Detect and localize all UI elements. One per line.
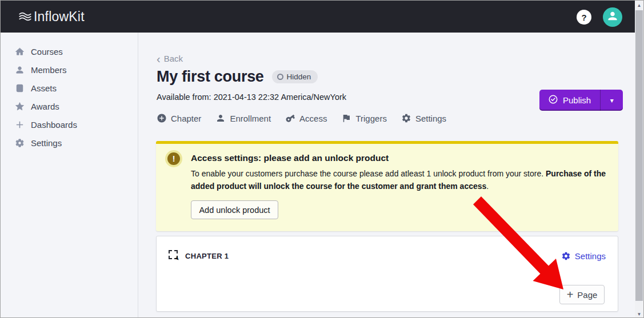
sidebar-item-awards[interactable]: Awards — [1, 97, 138, 115]
brand-logo[interactable]: InflowKit — [18, 9, 85, 25]
add-page-button[interactable]: + Page — [559, 285, 605, 304]
scroll-up-button[interactable]: ▲ — [635, 1, 643, 10]
flag-icon — [341, 113, 351, 123]
scroll-up-icon: ▲ — [637, 3, 642, 8]
warning-body: To enable your customers purchase the co… — [191, 167, 607, 192]
sidebar-item-label: Members — [31, 65, 67, 75]
attachment-icon — [15, 83, 25, 93]
warning-exclamation-icon: ! — [167, 152, 180, 165]
sidebar-item-dashboards[interactable]: Dashboards — [1, 115, 138, 134]
tab-access[interactable]: Access — [285, 113, 327, 123]
tab-label: Settings — [415, 114, 446, 123]
waves-logo-icon — [18, 9, 33, 24]
sidebar-item-label: Courses — [31, 47, 63, 57]
topbar: InflowKit ? — [1, 1, 636, 33]
sidebar-item-label: Assets — [31, 83, 57, 93]
tab-label: Chapter — [171, 114, 201, 123]
title-row: My first course Hidden — [157, 68, 318, 86]
sidebar: Courses Members Assets Awards Dashboards… — [1, 33, 138, 318]
tab-label: Enrollment — [230, 114, 271, 123]
chapter-card: ➤ CHAPTER 1 Settings + Page — [156, 236, 618, 312]
chapter-settings-link[interactable]: Settings — [561, 251, 606, 261]
plus-icon: + — [567, 290, 574, 299]
back-link[interactable]: ‹ Back — [157, 54, 183, 63]
page-title: My first course — [157, 68, 264, 86]
person-icon — [215, 113, 226, 123]
sidebar-item-assets[interactable]: Assets — [1, 79, 138, 97]
question-mark-icon: ? — [581, 13, 586, 22]
publish-split-button: Publish ▾ — [539, 90, 623, 111]
sidebar-item-label: Awards — [31, 102, 59, 111]
add-unlock-product-button[interactable]: Add unlock product — [191, 200, 278, 219]
gear-icon — [561, 251, 571, 261]
gear-icon — [401, 113, 411, 123]
plus-icon — [15, 120, 25, 130]
sidebar-item-settings[interactable]: Settings — [1, 134, 138, 152]
main-content: ‹ Back My first course Hidden Available … — [138, 33, 636, 318]
person-icon — [606, 10, 619, 25]
publish-label: Publish — [563, 95, 591, 105]
exclamation-glyph: ! — [173, 154, 175, 163]
status-badge-label: Hidden — [287, 73, 311, 81]
hidden-status-icon — [277, 74, 283, 80]
publish-button[interactable]: Publish — [539, 90, 600, 111]
plus-circle-icon — [157, 113, 167, 123]
back-label: Back — [164, 54, 183, 63]
warning-title: Access settings: please add an unlock pr… — [191, 153, 389, 163]
tab-chapter[interactable]: Chapter — [157, 113, 201, 123]
tab-label: Triggers — [355, 114, 386, 123]
tab-label: Access — [299, 114, 327, 123]
gear-icon — [15, 138, 25, 148]
brand-name: InflowKit — [34, 9, 85, 25]
status-badge: Hidden — [272, 70, 318, 83]
availability-meta: Available from: 2021-04-13 22:32 America… — [157, 92, 346, 102]
sidebar-item-label: Settings — [31, 138, 62, 148]
sidebar-item-members[interactable]: Members — [1, 61, 138, 79]
user-avatar[interactable] — [603, 7, 622, 27]
cursor-arrow-icon: ➤ — [173, 254, 181, 262]
tab-enrollment[interactable]: Enrollment — [215, 113, 271, 123]
home-icon — [15, 47, 25, 57]
publish-dropdown-toggle[interactable]: ▾ — [600, 90, 623, 111]
warning-body-suffix: . — [486, 182, 489, 191]
course-tabs: Chapter Enrollment Access Triggers Setti… — [157, 113, 446, 123]
help-button[interactable]: ? — [577, 10, 591, 25]
scroll-down-button[interactable]: ▼ — [635, 309, 643, 318]
scroll-down-icon: ▼ — [637, 312, 642, 317]
tab-settings[interactable]: Settings — [401, 113, 446, 123]
app-window: InflowKit ? Courses Members Assets Award… — [0, 0, 644, 318]
check-circle-icon — [548, 94, 558, 106]
warning-body-normal: To enable your customers purchase the co… — [191, 169, 546, 178]
star-icon — [15, 102, 25, 111]
tab-triggers[interactable]: Triggers — [341, 113, 386, 123]
sidebar-item-label: Dashboards — [31, 120, 77, 130]
caret-down-icon: ▾ — [610, 96, 614, 104]
person-icon — [15, 65, 25, 75]
vertical-scrollbar[interactable]: ▲ ▼ — [635, 1, 643, 318]
add-page-label: Page — [577, 290, 597, 300]
drag-handle-icon[interactable]: ➤ — [169, 250, 178, 259]
add-unlock-product-label: Add unlock product — [199, 206, 270, 215]
chapter-settings-label: Settings — [575, 251, 606, 261]
chapter-title: CHAPTER 1 — [185, 252, 229, 260]
chevron-left-icon: ‹ — [157, 55, 161, 63]
access-warning-banner: ! Access settings: please add an unlock … — [156, 141, 618, 231]
sidebar-item-courses[interactable]: Courses — [1, 42, 138, 61]
key-icon — [283, 111, 297, 125]
scrollbar-thumb[interactable] — [635, 10, 643, 301]
